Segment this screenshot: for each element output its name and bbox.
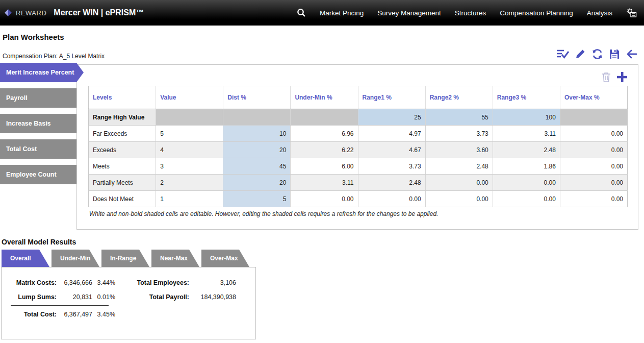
range-high-value-row: Range High Value 25 55 100 bbox=[89, 109, 628, 126]
matrix-costs-value: 6,346,666 bbox=[57, 279, 92, 286]
refresh-icon[interactable] bbox=[591, 48, 603, 60]
table-header-row: Levels Value Dist % Under-Min % Range1 %… bbox=[89, 86, 628, 109]
compensation-plan-label: Compensation Plan: A_5 Level Matrix bbox=[3, 53, 105, 60]
search-icon[interactable] bbox=[297, 8, 306, 17]
nav-item-structures[interactable]: Structures bbox=[455, 9, 486, 17]
delete-row-icon[interactable] bbox=[601, 71, 611, 83]
range1-cell[interactable]: 4.97 bbox=[358, 126, 425, 142]
total-employees-label: Total Employees: bbox=[133, 279, 189, 286]
nav-item-market-pricing[interactable]: Market Pricing bbox=[320, 9, 364, 17]
over-max-cell[interactable]: 0.00 bbox=[560, 175, 627, 191]
value-cell[interactable]: 2 bbox=[156, 175, 223, 191]
level-cell: Exceeds bbox=[89, 142, 156, 158]
range1-cell[interactable]: 3.73 bbox=[358, 158, 425, 175]
sidebar-tab-employee-count[interactable]: Employee Count bbox=[0, 165, 76, 184]
range1-high-cell[interactable]: 25 bbox=[358, 109, 425, 126]
add-row-icon[interactable] bbox=[616, 71, 628, 83]
sidebar-tab-total-cost[interactable]: Total Cost bbox=[0, 139, 76, 159]
under-min-cell[interactable]: 3.11 bbox=[291, 175, 358, 191]
edit-pencil-icon[interactable] bbox=[575, 48, 586, 60]
locked-cell bbox=[223, 109, 291, 126]
total-cost-label: Total Cost: bbox=[11, 311, 57, 318]
sidebar-tab-payroll[interactable]: Payroll bbox=[0, 88, 76, 108]
range2-cell[interactable]: 3.73 bbox=[425, 126, 493, 142]
under-min-cell[interactable]: 6.00 bbox=[291, 158, 358, 175]
over-max-cell[interactable]: 0.00 bbox=[560, 142, 627, 158]
range1-cell[interactable]: 4.67 bbox=[358, 142, 425, 158]
nav-item-compensation-planning[interactable]: Compensation Planning bbox=[500, 9, 573, 17]
over-max-cell[interactable]: 0.00 bbox=[560, 158, 627, 175]
range2-cell[interactable]: 2.48 bbox=[425, 158, 493, 175]
total-payroll-value: 184,390,938 bbox=[189, 293, 236, 301]
table-row-meets: Meets 3 45 6.00 3.73 2.48 1.86 0.00 bbox=[89, 158, 628, 175]
dist-cell[interactable]: 20 bbox=[223, 175, 291, 191]
level-cell: Does Not Meet bbox=[89, 191, 156, 207]
total-cost-row: Total Cost: 6,367,497 3.45% bbox=[11, 307, 119, 322]
nav-item-analysis[interactable]: Analysis bbox=[587, 9, 612, 17]
locked-cell bbox=[156, 109, 223, 126]
table-row-partially-meets: Partially Meets 2 20 3.11 2.48 0.00 0.00… bbox=[89, 175, 628, 191]
value-cell[interactable]: 5 bbox=[156, 126, 223, 142]
range3-cell[interactable]: 0.00 bbox=[493, 191, 560, 207]
range1-cell[interactable]: 0.00 bbox=[358, 191, 425, 207]
under-min-cell[interactable]: 0.00 bbox=[291, 191, 358, 207]
results-tab-overall[interactable]: Overall bbox=[2, 250, 49, 267]
lump-sums-value: 20,831 bbox=[57, 293, 92, 301]
value-cell[interactable]: 3 bbox=[156, 158, 223, 175]
workflow-settings-icon[interactable] bbox=[626, 8, 637, 18]
results-tab-under-min[interactable]: Under-Min bbox=[51, 250, 99, 267]
total-cost-percent: 3.45% bbox=[92, 311, 115, 318]
col-header-range2: Range2 % bbox=[425, 86, 493, 109]
worksheet-tab-list: Merit Increase Percent Payroll Increase … bbox=[0, 63, 85, 190]
range3-high-cell[interactable]: 100 bbox=[493, 109, 560, 126]
range2-high-cell[interactable]: 55 bbox=[425, 109, 493, 126]
value-cell[interactable]: 1 bbox=[156, 191, 223, 207]
col-header-over-max: Over-Max % bbox=[560, 86, 627, 109]
save-icon[interactable] bbox=[609, 48, 620, 60]
table-row-does-not-meet: Does Not Meet 1 5 0.00 0.00 0.00 0.00 0.… bbox=[89, 191, 628, 207]
page-title: Plan Worksheets bbox=[3, 33, 638, 41]
col-header-under-min: Under-Min % bbox=[291, 86, 358, 109]
range3-cell[interactable]: 3.11 bbox=[493, 126, 560, 142]
table-row-far-exceeds: Far Exceeds 5 10 6.96 4.97 3.73 3.11 0.0… bbox=[89, 126, 628, 142]
over-max-cell[interactable]: 0.00 bbox=[560, 126, 627, 142]
under-min-cell[interactable]: 6.22 bbox=[291, 142, 358, 158]
total-payroll-label: Total Payroll: bbox=[133, 293, 189, 301]
range3-cell[interactable]: 2.48 bbox=[493, 142, 560, 158]
matrix-costs-percent: 3.44% bbox=[92, 279, 115, 286]
results-tab-over-max[interactable]: Over-Max bbox=[201, 250, 249, 267]
dist-cell[interactable]: 10 bbox=[223, 126, 291, 142]
totals-divider bbox=[11, 305, 109, 306]
col-header-range1: Range1 % bbox=[358, 86, 425, 109]
reward-logo-icon bbox=[4, 9, 12, 17]
results-tab-in-range[interactable]: In-Range bbox=[101, 250, 149, 267]
matrix-costs-label: Matrix Costs: bbox=[11, 279, 57, 286]
worksheet-section: Merit Increase Percent Payroll Increase … bbox=[0, 64, 644, 230]
total-employees-value: 3,106 bbox=[189, 279, 236, 286]
validate-checklist-icon[interactable] bbox=[556, 48, 569, 60]
value-cell[interactable]: 4 bbox=[156, 142, 223, 158]
nav-item-survey-management[interactable]: Survey Management bbox=[377, 9, 441, 17]
locked-cell bbox=[291, 109, 358, 126]
top-nav-bar: REWARD Mercer WIN | ePRISM™ Market Prici… bbox=[0, 0, 644, 26]
range3-cell[interactable]: 0.00 bbox=[493, 175, 560, 191]
over-max-cell[interactable]: 0.00 bbox=[560, 191, 627, 207]
worksheet-panel: Levels Value Dist % Under-Min % Range1 %… bbox=[76, 64, 638, 230]
dist-cell[interactable]: 45 bbox=[223, 158, 291, 175]
under-min-cell[interactable]: 6.96 bbox=[291, 126, 358, 142]
range1-cell[interactable]: 2.48 bbox=[358, 175, 425, 191]
col-header-levels: Levels bbox=[89, 86, 156, 109]
sidebar-tab-merit-increase-percent[interactable]: Merit Increase Percent bbox=[0, 63, 76, 82]
total-employees-row: Total Employees: 3,106 bbox=[133, 276, 236, 290]
col-header-value: Value bbox=[156, 86, 223, 109]
dist-cell[interactable]: 20 bbox=[223, 142, 291, 158]
results-tab-near-max[interactable]: Near-Max bbox=[151, 250, 199, 267]
dist-cell[interactable]: 5 bbox=[223, 191, 291, 207]
range2-cell[interactable]: 0.00 bbox=[425, 191, 493, 207]
range3-cell[interactable]: 1.86 bbox=[493, 158, 560, 175]
merit-matrix-table: Levels Value Dist % Under-Min % Range1 %… bbox=[88, 86, 628, 207]
range2-cell[interactable]: 3.60 bbox=[425, 142, 493, 158]
sidebar-tab-increase-basis[interactable]: Increase Basis bbox=[0, 114, 76, 133]
back-arrow-icon[interactable] bbox=[626, 48, 638, 60]
range2-cell[interactable]: 0.00 bbox=[425, 175, 493, 191]
